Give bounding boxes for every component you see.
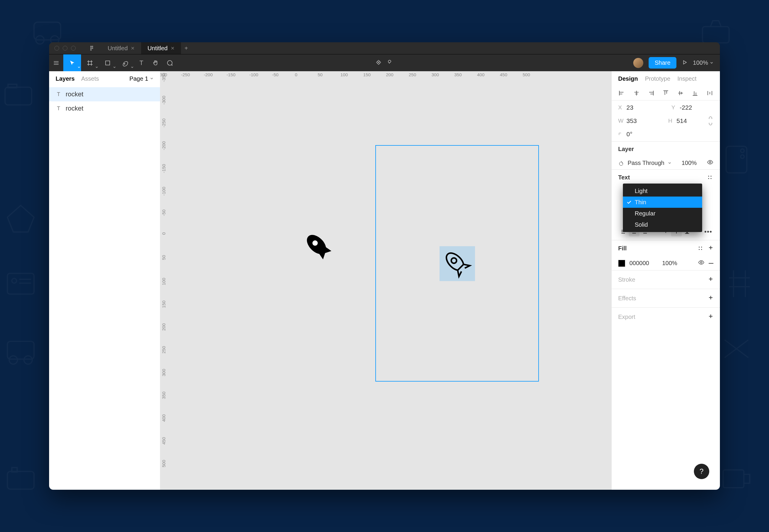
fill-styles-icon[interactable] xyxy=(697,245,704,252)
help-button[interactable]: ? xyxy=(694,464,709,479)
main-menu-button[interactable] xyxy=(49,54,63,71)
text-styles-icon[interactable] xyxy=(706,174,713,181)
layer-row[interactable]: Trocket xyxy=(49,101,160,116)
add-fill-icon[interactable] xyxy=(708,244,713,252)
add-export-icon[interactable] xyxy=(708,313,713,321)
effects-section-header: Effects xyxy=(618,295,636,302)
distribute-icon[interactable] xyxy=(706,90,713,97)
add-stroke-icon[interactable] xyxy=(708,276,713,283)
text-more-options-icon[interactable] xyxy=(703,227,713,236)
svg-point-87 xyxy=(699,249,700,250)
h-label: H xyxy=(668,118,674,124)
y-label: Y xyxy=(671,104,677,111)
svg-point-12 xyxy=(24,356,32,364)
shape-tool[interactable] xyxy=(99,54,116,71)
present-button[interactable] xyxy=(682,59,688,67)
vertical-ruler: -350-300-250-200-150-100-500501001502002… xyxy=(160,78,168,490)
tab-untitled-inactive[interactable]: Untitled ✕ xyxy=(101,42,141,54)
w-value[interactable]: 353 xyxy=(627,117,637,124)
text-tool[interactable] xyxy=(134,54,148,71)
comment-tool[interactable] xyxy=(163,54,177,71)
layers-tab[interactable]: Layers xyxy=(56,75,75,82)
layer-opacity[interactable]: 100% xyxy=(682,160,697,166)
zoom-control[interactable]: 100% xyxy=(693,59,713,66)
svg-point-82 xyxy=(705,231,706,233)
alignment-controls xyxy=(612,86,720,100)
y-value[interactable]: -222 xyxy=(680,104,692,111)
canvas-rocket-outline[interactable] xyxy=(440,246,475,282)
svg-point-22 xyxy=(90,46,92,47)
layer-row[interactable]: Trocket xyxy=(49,87,160,101)
close-icon[interactable]: ✕ xyxy=(131,46,135,51)
frame-tool[interactable] xyxy=(81,54,99,71)
new-tab-button[interactable]: + xyxy=(181,45,192,52)
svg-rect-21 xyxy=(723,470,744,488)
align-right-icon[interactable] xyxy=(647,90,655,97)
blend-mode-value[interactable]: Pass Through xyxy=(628,160,664,166)
layer-visibility-icon[interactable] xyxy=(707,159,713,167)
svg-point-17 xyxy=(741,149,744,153)
svg-point-84 xyxy=(710,231,712,233)
canvas-rocket-solid[interactable] xyxy=(301,229,336,265)
align-hcenter-icon[interactable] xyxy=(633,90,640,97)
rotation-value[interactable]: 0° xyxy=(627,131,632,138)
component-tool[interactable] xyxy=(375,59,382,67)
close-icon[interactable]: ✕ xyxy=(171,46,174,51)
option-label: Thin xyxy=(635,199,646,206)
assets-tab[interactable]: Assets xyxy=(81,75,99,82)
option-label: Regular xyxy=(635,210,655,217)
svg-point-85 xyxy=(699,246,700,247)
prototype-tab[interactable]: Prototype xyxy=(645,75,671,82)
align-bottom-icon[interactable] xyxy=(692,90,699,97)
align-left-icon[interactable] xyxy=(618,90,625,97)
design-tab[interactable]: Design xyxy=(618,75,638,82)
move-tool[interactable] xyxy=(63,54,81,71)
figma-logo-tab[interactable] xyxy=(82,42,101,54)
svg-point-91 xyxy=(700,262,702,263)
font-weight-option[interactable]: Light xyxy=(623,185,702,197)
svg-point-83 xyxy=(707,231,709,233)
svg-rect-16 xyxy=(726,146,747,173)
fill-swatch[interactable] xyxy=(618,260,625,267)
layer-name: rocket xyxy=(66,105,83,112)
page-selector[interactable]: Page 1 xyxy=(129,75,153,82)
option-label: Solid xyxy=(635,221,648,228)
user-avatar[interactable] xyxy=(633,58,643,68)
rotation-icon xyxy=(618,131,624,137)
svg-rect-4 xyxy=(8,84,17,88)
option-label: Light xyxy=(635,188,647,194)
svg-marker-5 xyxy=(7,205,34,232)
layer-name: rocket xyxy=(66,90,83,98)
hand-tool[interactable] xyxy=(148,54,163,71)
font-weight-option[interactable]: Solid xyxy=(623,219,702,230)
fill-hex[interactable]: 000000 xyxy=(629,260,649,267)
window-traffic-lights[interactable] xyxy=(54,46,76,51)
pen-tool[interactable] xyxy=(116,54,134,71)
svg-point-39 xyxy=(450,257,458,264)
fill-visibility-icon[interactable] xyxy=(698,259,705,267)
svg-point-1 xyxy=(36,36,44,44)
constrain-proportions-icon[interactable] xyxy=(708,116,713,126)
remove-fill-icon[interactable] xyxy=(709,263,713,264)
canvas[interactable]: -300-250-200-150-100-5005010015020025030… xyxy=(160,71,612,490)
toolbar-center-controls xyxy=(375,59,394,67)
x-value[interactable]: 23 xyxy=(627,104,633,111)
share-button[interactable]: Share xyxy=(649,57,676,69)
fill-opacity[interactable]: 100% xyxy=(662,260,677,267)
add-effect-icon[interactable] xyxy=(708,294,713,302)
font-weight-option[interactable]: Thin xyxy=(623,197,702,208)
inspect-tab[interactable]: Inspect xyxy=(677,75,696,82)
svg-rect-13 xyxy=(7,471,34,489)
font-weight-dropdown[interactable]: LightThinRegularSolid xyxy=(623,184,702,232)
mask-tool[interactable] xyxy=(387,59,394,67)
tab-untitled-active[interactable]: Untitled ✕ xyxy=(141,42,181,54)
svg-point-88 xyxy=(701,249,702,250)
text-layer-icon: T xyxy=(56,106,61,111)
font-weight-option[interactable]: Regular xyxy=(623,208,702,219)
h-value[interactable]: 514 xyxy=(676,117,687,124)
svg-rect-34 xyxy=(106,61,110,65)
align-vcenter-icon[interactable] xyxy=(677,90,684,97)
align-top-icon[interactable] xyxy=(662,90,669,97)
layer-section-header: Layer xyxy=(618,146,634,153)
svg-point-64 xyxy=(710,176,711,176)
